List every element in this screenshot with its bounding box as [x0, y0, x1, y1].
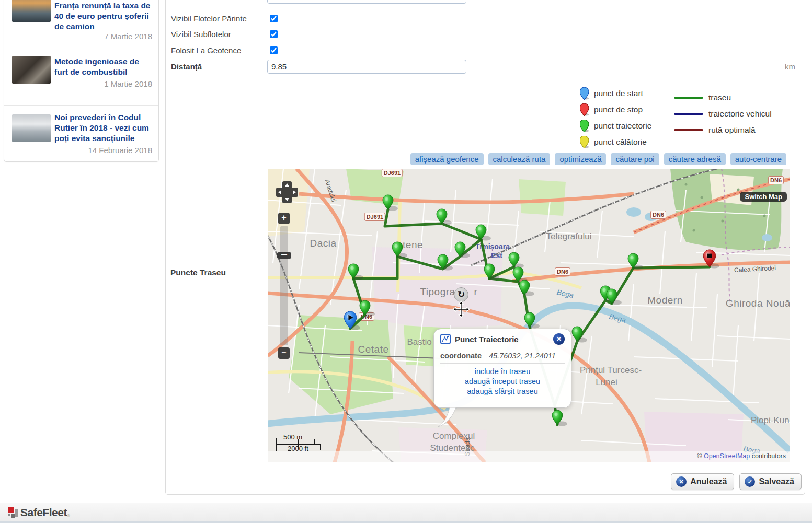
zoom-slider-handle[interactable]: —: [277, 252, 291, 259]
checkbox-vizibil-flotelor-parinte[interactable]: [270, 15, 278, 22]
popup-title: Punct Traiectorie: [455, 335, 553, 344]
cancel-button[interactable]: ✕ Anulează: [671, 473, 734, 490]
vehicle-trajectory-swatch: [674, 113, 703, 115]
scale-label-metric: 500 m: [283, 433, 302, 441]
distance-unit: km: [785, 62, 795, 71]
news-date: 1 Martie 2018: [104, 79, 152, 88]
switch-map-button[interactable]: Switch Map: [740, 192, 787, 202]
start-pin-icon: [580, 87, 589, 100]
checkbox-label-folosit-la-geofence: Folosit La Geofence: [171, 46, 241, 55]
legend-row: punct traiectorie: [580, 118, 651, 134]
divider: [4, 105, 158, 106]
zoom-in-button[interactable]: +: [278, 213, 290, 224]
legend-label: punct de start: [594, 89, 643, 98]
legend-label: punct traiectorie: [594, 121, 651, 131]
openstreetmap-link[interactable]: OpenStreetMap: [704, 452, 750, 460]
route-polyline: [385, 209, 481, 239]
legend-label: traseu: [708, 93, 731, 102]
include-in-route-link[interactable]: include în traseu: [440, 367, 565, 377]
zoom-slider-track[interactable]: [280, 226, 288, 345]
safefleet-logo[interactable]: SafeFleet ®: [8, 507, 70, 518]
add-route-start-link[interactable]: adaugă început traseu: [440, 377, 565, 387]
search-poi-button[interactable]: căutare poi: [611, 153, 659, 165]
safefleet-logo-mark: [8, 507, 19, 518]
optimize-button[interactable]: optimizează: [555, 153, 606, 165]
map-attribution: © OpenStreetMap contributors: [268, 451, 790, 462]
truncated-input[interactable]: [267, 0, 466, 4]
scale-bar: [276, 438, 277, 451]
save-check-icon: ✓: [745, 476, 755, 487]
stop-pin-icon: [580, 103, 589, 116]
trajectory-pin-icon: [580, 120, 589, 132]
legend-label: rută optimală: [708, 125, 756, 135]
add-route-end-link[interactable]: adaugă sfârșit traseu: [440, 387, 565, 397]
close-icon[interactable]: ✕: [553, 333, 565, 345]
map-legend-lines: traseu traiectorie vehicul rută optimală: [674, 89, 772, 138]
footer: SafeFleet ®: [0, 503, 812, 523]
route-polyline: [633, 267, 710, 268]
map-route-layer: [268, 169, 790, 462]
zoom-out-button[interactable]: –: [278, 347, 290, 359]
save-button-label: Salvează: [759, 477, 794, 486]
map-legend-markers: punct de start punct de stop punct traie…: [580, 85, 651, 150]
legend-row: punct călătorie: [580, 134, 651, 150]
move-cursor-icon[interactable]: [452, 300, 470, 318]
news-date: 14 Februarie 2018: [88, 146, 152, 155]
legend-row: traseu: [674, 89, 772, 106]
popup-tail: [438, 407, 456, 427]
news-thumbnail: [12, 0, 51, 22]
trajectory-icon: [440, 334, 451, 344]
route-line-swatch: [674, 97, 703, 99]
trajectory-point-popup: Punct Traiectorie ✕ coordonate 45.76032,…: [433, 329, 571, 408]
optimal-route-swatch: [674, 129, 703, 131]
distance-label: Distanță: [171, 62, 202, 71]
map[interactable]: DacianteneCetateTipograrBastioTimișoaraE…: [268, 169, 790, 462]
news-title[interactable]: Noi prevederi în Codul Rutier în 2018 - …: [54, 112, 154, 144]
news-date: 7 Martie 2018: [104, 32, 152, 41]
divider: [440, 348, 565, 348]
news-thumbnail: [12, 56, 51, 84]
distance-input[interactable]: [267, 60, 466, 74]
registered-mark: ®: [67, 514, 70, 518]
route-points-label: Puncte Traseu: [170, 268, 226, 277]
trip-pin-icon: [580, 136, 589, 148]
route-polyline: [353, 257, 397, 278]
legend-row: punct de start: [580, 85, 651, 101]
show-geofence-button[interactable]: afișează geofence: [410, 153, 484, 165]
scale-bar: [314, 439, 315, 445]
checkbox-vizibil-subflotelor[interactable]: [270, 30, 278, 38]
divider: [4, 49, 158, 49]
coordinates-row: coordonate 45.76032, 21.24011: [440, 352, 565, 360]
divider: [440, 363, 565, 364]
route-edit-panel: Vizibil Flotelor Părinte Vizibil Subflot…: [165, 0, 805, 495]
checkbox-label-vizibil-flotelor-parinte: Vizibil Flotelor Părinte: [171, 14, 247, 23]
legend-row: rută optimală: [674, 122, 772, 138]
news-title[interactable]: Franța renunță la taxa de 40 de euro pen…: [54, 1, 154, 32]
rotate-handle-icon[interactable]: ↻: [454, 287, 468, 302]
checkbox-folosit-la-geofence[interactable]: [270, 46, 278, 54]
legend-label: traiectorie vehicul: [708, 109, 772, 119]
coordinates-label: coordonate: [440, 352, 482, 360]
divider: [166, 79, 805, 79]
save-button[interactable]: ✓ Salvează: [739, 473, 802, 490]
legend-row: punct de stop: [580, 101, 651, 118]
scale-bar: [320, 444, 321, 450]
cancel-x-icon: ✕: [676, 476, 687, 487]
pan-control[interactable]: [275, 180, 299, 204]
legend-label: punct de stop: [594, 105, 643, 114]
attribution-suffix: contributors: [750, 452, 786, 460]
search-address-button[interactable]: căutare adresă: [664, 153, 726, 165]
news-thumbnail: [12, 114, 51, 142]
legend-label: punct călătorie: [594, 137, 647, 147]
checkbox-label-vizibil-subflotelor: Vizibil Subflotelor: [171, 30, 231, 39]
map-actions-toolbar: afișează geofence calculează ruta optimi…: [410, 153, 786, 165]
news-sidebar: Franța renunță la taxa de 40 de euro pen…: [4, 0, 159, 162]
attribution-copyright: ©: [697, 452, 702, 460]
calculate-route-button[interactable]: calculează ruta: [488, 153, 551, 165]
coordinates-value: 45.76032, 21.24011: [489, 352, 556, 360]
news-title[interactable]: Metode ingenioase de furt de combustibil: [54, 56, 154, 77]
safefleet-logo-text: SafeFleet: [20, 507, 67, 518]
cancel-button-label: Anulează: [690, 477, 727, 486]
legend-row: traiectorie vehicul: [674, 106, 772, 122]
auto-center-button[interactable]: auto-centrare: [730, 153, 786, 165]
